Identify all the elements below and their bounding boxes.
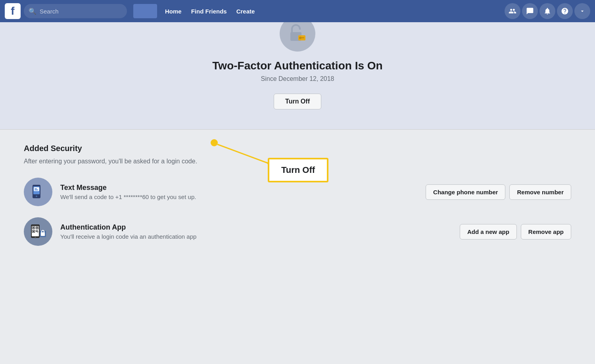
change-phone-number-button[interactable]: Change phone number	[426, 184, 505, 200]
text-message-title: Text Message	[60, 184, 418, 192]
auth-app-actions: Add a new app Remove app	[460, 224, 571, 239]
page-title: Two-Factor Authentication Is On	[212, 59, 382, 72]
svg-rect-3	[301, 37, 304, 38]
added-security-desc: After entering your password, you'll be …	[24, 158, 571, 165]
bell-icon-btn[interactable]	[539, 3, 555, 19]
auth-app-text: Authentication App You'll receive a logi…	[60, 223, 452, 240]
svg-rect-27	[37, 231, 38, 232]
nav-create[interactable]: Create	[236, 8, 255, 15]
svg-rect-11	[35, 190, 38, 190]
turn-off-button-main[interactable]: Turn Off	[274, 94, 321, 109]
text-message-desc: We'll send a code to +1 ********60 to ge…	[60, 193, 418, 200]
navbar: f 🔍 Home Find Friends Create	[0, 0, 595, 22]
nav-find-friends[interactable]: Find Friends	[191, 8, 227, 15]
phone-sms-icon	[29, 183, 47, 201]
auth-app-desc: You'll receive a login code via an authe…	[60, 233, 452, 240]
lock-icon-container	[280, 16, 315, 59]
text-message-actions: Change phone number Remove number	[426, 184, 571, 200]
search-input[interactable]	[40, 8, 122, 15]
svg-rect-30	[41, 232, 45, 236]
nav-icons	[505, 3, 590, 19]
lock-icon	[287, 23, 308, 43]
qr-code-icon	[29, 223, 47, 240]
people-icon	[509, 7, 516, 15]
svg-point-12	[36, 195, 37, 197]
search-bar[interactable]: 🔍	[24, 4, 127, 18]
text-message-text: Text Message We'll send a code to +1 ***…	[60, 184, 418, 200]
page-wrapper: f 🔍 Home Find Friends Create	[0, 0, 595, 271]
avatar	[133, 4, 157, 18]
auth-app-icon	[24, 217, 52, 246]
help-icon	[561, 7, 569, 15]
people-icon-btn[interactable]	[505, 3, 520, 19]
svg-rect-24	[36, 230, 36, 231]
search-icon: 🔍	[29, 8, 36, 15]
remove-number-button[interactable]: Remove number	[509, 184, 571, 200]
bell-icon	[543, 7, 551, 15]
bottom-section: Added Security After entering your passw…	[0, 130, 595, 271]
added-security-title: Added Security	[24, 144, 571, 153]
svg-rect-17	[33, 227, 34, 228]
chevron-down-icon	[579, 8, 585, 14]
svg-rect-23	[33, 231, 34, 232]
since-date: Since December 12, 2018	[261, 75, 334, 82]
messenger-icon	[526, 7, 534, 15]
svg-rect-26	[36, 231, 37, 232]
help-icon-btn[interactable]	[557, 3, 573, 19]
remove-app-button[interactable]: Remove app	[521, 224, 571, 239]
facebook-logo[interactable]: f	[5, 3, 21, 19]
svg-rect-25	[37, 230, 38, 231]
auth-app-title: Authentication App	[60, 223, 452, 232]
svg-rect-20	[36, 227, 38, 228]
svg-point-28	[35, 237, 36, 238]
nav-links: Home Find Friends Create	[165, 8, 255, 15]
add-new-app-button[interactable]: Add a new app	[460, 224, 517, 239]
text-message-row: Text Message We'll send a code to +1 ***…	[24, 178, 571, 206]
svg-rect-10	[35, 188, 37, 189]
messenger-icon-btn[interactable]	[522, 3, 538, 19]
dropdown-icon-btn[interactable]	[574, 3, 590, 19]
text-message-icon	[24, 178, 52, 206]
auth-app-row: Authentication App You'll receive a logi…	[24, 217, 571, 246]
nav-home[interactable]: Home	[165, 8, 182, 15]
